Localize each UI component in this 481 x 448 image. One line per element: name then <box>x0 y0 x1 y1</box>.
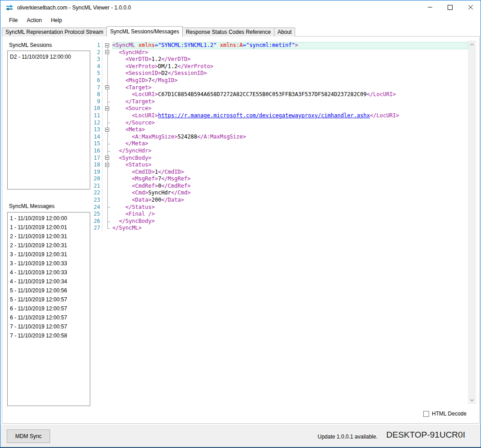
update-available-text: Update 1.0.0.1 available. <box>318 434 378 440</box>
fold-guide <box>103 183 112 190</box>
code-text[interactable]: <A:MaxMsgSize>524288</A:MaxMsgSize> <box>112 134 468 141</box>
code-text[interactable]: <CmdRef>0</CmdRef> <box>112 183 468 190</box>
code-text[interactable]: <LocURI>C67D1C8854B594A658D7272A82CC7E55… <box>112 91 468 98</box>
message-list-item[interactable]: 7 - 11/10/2019 12:00:57 <box>8 322 90 331</box>
code-text[interactable]: <MsgID>7</MsgID> <box>112 77 468 84</box>
message-list-item[interactable]: 7 - 11/10/2019 12:00:58 <box>8 331 90 340</box>
code-text[interactable]: <Final /> <box>112 211 468 218</box>
code-text[interactable]: <LocURI>https://r.manage.microsoft.com/d… <box>112 112 468 120</box>
message-list-item[interactable]: 4 - 11/10/2019 12:00:34 <box>8 277 90 286</box>
message-list-item[interactable]: 2 - 11/10/2019 12:00:31 <box>8 241 90 250</box>
html-decode-label: HTML Decode <box>432 411 467 417</box>
scroll-up-icon[interactable] <box>468 41 476 48</box>
code-text[interactable]: </SyncBody> <box>112 218 468 225</box>
message-list-item[interactable]: 6 - 11/10/2019 12:00:57 <box>8 304 90 313</box>
syncml-messages-list[interactable]: 1 - 11/10/2019 12:00:001 - 11/10/2019 12… <box>7 212 90 406</box>
code-text[interactable]: <VerDTD>1.2</VerDTD> <box>112 56 468 63</box>
code-text[interactable]: <SyncBody> <box>112 155 468 162</box>
code-line: 19 <CmdID>1</CmdID> <box>90 169 468 176</box>
fold-collapse-icon[interactable] <box>103 49 112 56</box>
message-list-item[interactable]: 2 - 11/10/2019 12:00:31 <box>8 232 90 241</box>
minimize-button[interactable] <box>420 0 440 14</box>
menu-file[interactable]: File <box>5 16 22 25</box>
code-line: 16 </SyncHdr> <box>90 148 468 155</box>
code-text[interactable]: <SyncML xmlns="SYNCML:SYNCML1.2" xmlns:A… <box>112 42 468 49</box>
code-text[interactable]: <Source> <box>112 105 468 112</box>
syncml-sessions-list[interactable]: D2 - 11/10/2019 12:00:00 <box>7 51 90 189</box>
status-bar: MDM Sync Update 1.0.0.1 available. DESKT… <box>0 425 481 448</box>
fold-collapse-icon[interactable] <box>103 84 112 92</box>
message-list-item[interactable]: 3 - 11/10/2019 12:00:31 <box>8 250 90 259</box>
code-line: 5 <SessionID>D2</SessionID> <box>90 70 468 77</box>
code-text[interactable]: <MsgRef>7</MsgRef> <box>112 176 468 183</box>
fold-guide <box>103 218 112 225</box>
line-number: 23 <box>90 197 102 204</box>
html-decode-checkbox[interactable] <box>423 411 429 417</box>
menu-action[interactable]: Action <box>22 16 46 25</box>
message-list-item[interactable]: 5 - 11/10/2019 12:00:56 <box>8 286 90 295</box>
message-list-item[interactable]: 3 - 11/10/2019 12:00:33 <box>8 259 90 268</box>
line-number: 1 <box>90 42 102 49</box>
line-number: 16 <box>90 148 102 155</box>
line-number: 12 <box>90 120 102 127</box>
code-line: 26 </SyncBody> <box>90 218 468 225</box>
code-text[interactable]: <SyncHdr> <box>112 49 468 56</box>
code-text[interactable]: <CmdID>1</CmdID> <box>112 169 468 176</box>
code-line: 24 </Status> <box>90 204 468 211</box>
syncml-messages-label: SyncML Messages <box>9 203 55 209</box>
tab-syncml-representation-protocol-stream[interactable]: SyncML Representation Protocol Stream <box>2 28 107 37</box>
message-list-item[interactable]: 6 - 11/10/2019 12:00:57 <box>8 313 90 322</box>
code-text[interactable]: <Meta> <box>112 126 468 134</box>
mdm-sync-button[interactable]: MDM Sync <box>7 430 50 443</box>
fold-guide <box>103 211 112 218</box>
line-number: 17 <box>90 155 102 162</box>
code-text[interactable]: </SyncML> <box>112 225 468 232</box>
code-line: 15 </Meta> <box>90 140 468 148</box>
code-line: 25 <Final /> <box>90 211 468 218</box>
code-text[interactable]: <Cmd>SyncHdr</Cmd> <box>112 189 468 197</box>
line-number: 6 <box>90 77 102 84</box>
code-text[interactable]: </SyncHdr> <box>112 148 468 155</box>
device-name-text: DESKTOP-91UCR0I <box>386 430 465 440</box>
code-text[interactable]: <SessionID>D2</SessionID> <box>112 70 468 77</box>
code-text[interactable]: <Status> <box>112 162 468 169</box>
message-list-item[interactable]: 1 - 11/10/2019 12:00:00 <box>8 214 90 223</box>
message-list-item[interactable]: 1 - 11/10/2019 12:00:01 <box>8 223 90 232</box>
fold-guide <box>103 225 112 232</box>
fold-collapse-icon[interactable] <box>103 105 112 112</box>
close-button[interactable] <box>460 0 481 14</box>
editor-vertical-scrollbar[interactable] <box>468 41 476 404</box>
menu-help[interactable]: Help <box>46 16 67 25</box>
fold-guide <box>103 148 112 155</box>
code-text[interactable]: </Source> <box>112 120 468 127</box>
line-number: 2 <box>90 49 102 56</box>
session-list-item[interactable]: D2 - 11/10/2019 12:00:00 <box>8 52 90 61</box>
code-text[interactable]: </Status> <box>112 204 468 211</box>
scroll-down-icon[interactable] <box>468 396 476 404</box>
code-line: 17 <SyncBody> <box>90 155 468 162</box>
fold-collapse-icon[interactable] <box>103 42 112 49</box>
tab-syncml-sessions-messages[interactable]: SyncML Sessions/Messages <box>106 26 183 37</box>
code-text[interactable]: <Data>200</Data> <box>112 197 468 204</box>
message-list-item[interactable]: 4 - 11/10/2019 12:00:33 <box>8 268 90 277</box>
code-text[interactable]: <Target> <box>112 84 468 92</box>
line-number: 14 <box>90 134 102 141</box>
menu-bar: File Action Help <box>0 14 481 26</box>
fold-collapse-icon[interactable] <box>103 126 112 134</box>
code-text[interactable]: </Target> <box>112 98 468 106</box>
xml-code-editor[interactable]: 1<SyncML xmlns="SYNCML:SYNCML1.2" xmlns:… <box>90 41 468 405</box>
fold-collapse-icon[interactable] <box>103 155 112 162</box>
line-number: 5 <box>90 70 102 77</box>
code-text[interactable]: </Meta> <box>112 140 468 148</box>
line-number: 24 <box>90 204 102 211</box>
line-number: 4 <box>90 63 102 70</box>
code-line: 20 <MsgRef>7</MsgRef> <box>90 176 468 183</box>
code-line: 3 <VerDTD>1.2</VerDTD> <box>90 56 468 63</box>
fold-collapse-icon[interactable] <box>103 162 112 169</box>
tab-about[interactable]: About <box>274 28 295 37</box>
message-list-item[interactable]: 5 - 11/10/2019 12:00:57 <box>8 295 90 304</box>
tab-response-status-codes-reference[interactable]: Response Status Codes Reference <box>182 28 274 37</box>
maximize-button[interactable] <box>440 0 460 14</box>
code-text[interactable]: <VerProto>DM/1.2</VerProto> <box>112 63 468 70</box>
code-line: 6 <MsgID>7</MsgID> <box>90 77 468 84</box>
